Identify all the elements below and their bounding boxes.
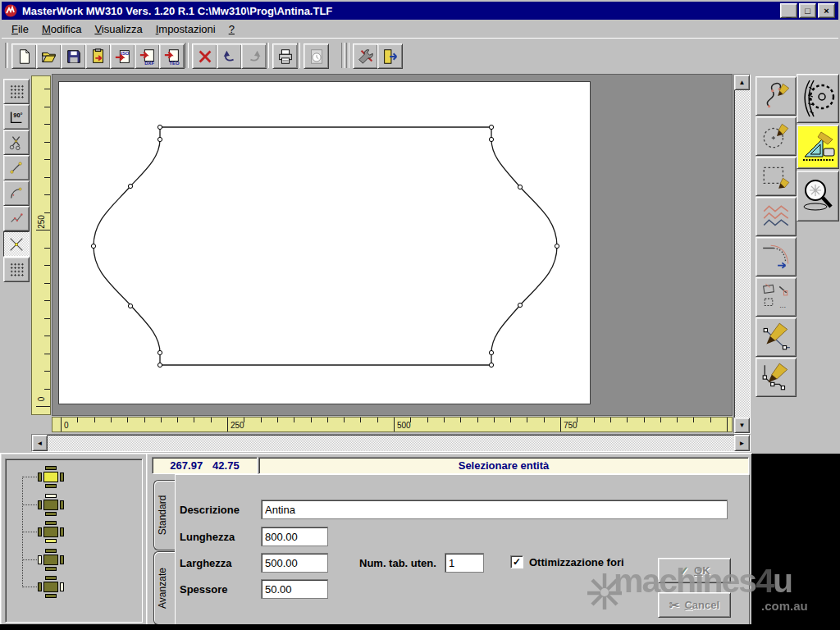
status-message-text: Selezionare entità xyxy=(459,459,550,472)
station-item[interactable] xyxy=(37,549,65,572)
ok-check-icon: ✓ xyxy=(678,564,689,578)
magnifier-icon xyxy=(800,175,836,217)
toolbar-separator xyxy=(5,43,8,68)
spline-tool-button[interactable] xyxy=(756,76,797,116)
app-window: MasterWork MW310 Vers. 1.20 R.1 C:\Mw310… xyxy=(0,0,840,630)
tab-avanzate[interactable]: Avanzate xyxy=(153,551,176,625)
undo-icon xyxy=(221,48,239,66)
scroll-right-button[interactable]: ► xyxy=(734,435,750,451)
v-ruler-label: 250 xyxy=(37,210,46,235)
spline-pencil-icon xyxy=(760,80,792,112)
polyline-tool-button[interactable] xyxy=(756,358,797,397)
transform-tool-button[interactable]: ... xyxy=(756,277,797,317)
station-item[interactable] xyxy=(37,494,65,517)
polyline-pencil-icon xyxy=(760,362,792,393)
hatch-tool-button[interactable] xyxy=(756,197,797,236)
redo-button[interactable] xyxy=(241,43,267,69)
menu-visualizza[interactable]: Visualizza xyxy=(88,21,148,38)
new-file-button[interactable] xyxy=(11,43,37,69)
grid-icon xyxy=(10,262,24,276)
export-teo-button[interactable]: TEO xyxy=(159,43,185,69)
circle-tool-button[interactable] xyxy=(756,116,797,156)
spessore-input[interactable] xyxy=(262,580,327,598)
v-scrollbar[interactable]: ▲ ▼ xyxy=(733,74,751,434)
import-button[interactable] xyxy=(85,43,111,69)
scroll-left-button[interactable]: ◄ xyxy=(32,435,48,451)
larghezza-input[interactable] xyxy=(262,554,327,572)
menu-file[interactable]: File xyxy=(5,21,35,38)
lunghezza-input[interactable] xyxy=(262,527,327,546)
h-scrollbar[interactable]: ◄ ► xyxy=(31,434,751,452)
export-iso-button[interactable]: ISO xyxy=(110,43,135,69)
delete-node-button[interactable] xyxy=(3,231,30,257)
undo-button[interactable] xyxy=(217,43,242,69)
toolbar-separator xyxy=(266,43,269,68)
minimize-icon: _ xyxy=(786,9,791,18)
descrizione-input[interactable] xyxy=(262,500,727,518)
entity-panel: 267.97 42.75 Selezionare entità Standard… xyxy=(146,453,753,628)
drawing-page[interactable] xyxy=(58,81,591,404)
rectangle-tool-button[interactable] xyxy=(756,157,797,196)
coord-x: 267.97 xyxy=(170,459,203,472)
arrow-right-icon: ► xyxy=(739,440,746,447)
redo-icon xyxy=(245,48,263,66)
geometry-ruler-pencil-icon xyxy=(800,129,836,165)
grid-dense-button[interactable] xyxy=(3,257,30,282)
desktop-background xyxy=(0,624,840,630)
delete-button[interactable] xyxy=(192,43,217,69)
export-teo-icon: TEO xyxy=(163,48,181,66)
svg-text:TEO: TEO xyxy=(169,61,180,66)
export-dxf-button[interactable]: DXF xyxy=(135,43,160,69)
station-item[interactable] xyxy=(37,576,65,599)
minimize-button[interactable]: _ xyxy=(780,3,797,18)
export-iso-icon: ISO xyxy=(114,48,132,66)
num-tab-uten-input[interactable] xyxy=(445,554,483,572)
drawing-viewport[interactable] xyxy=(52,74,733,416)
clipboard-import-icon xyxy=(89,48,107,66)
fillet-tool-button[interactable] xyxy=(756,237,797,276)
close-icon: × xyxy=(824,7,829,16)
grid-snap-button[interactable] xyxy=(3,79,30,104)
menu-help[interactable]: ? xyxy=(222,21,241,38)
menu-modifica[interactable]: Modifica xyxy=(35,21,88,38)
station-item[interactable] xyxy=(37,521,65,544)
maximize-button[interactable]: □ xyxy=(799,3,816,18)
ottimizzazione-checkbox[interactable]: ✓ xyxy=(510,555,523,568)
station-item[interactable] xyxy=(37,466,65,489)
open-file-button[interactable] xyxy=(36,43,62,69)
grid-icon xyxy=(10,84,24,98)
cancel-button[interactable]: ✂ Cancel xyxy=(658,592,731,618)
trim-button[interactable] xyxy=(3,130,30,155)
menu-impostazioni[interactable]: Impostazioni xyxy=(149,21,222,38)
drawing-shape[interactable] xyxy=(94,127,557,365)
simulation-button[interactable] xyxy=(304,43,329,69)
svg-text:DXF: DXF xyxy=(144,61,154,66)
close-button[interactable]: × xyxy=(818,3,835,18)
node-edit-button[interactable] xyxy=(3,206,30,231)
saw-tooling-button[interactable] xyxy=(797,74,839,123)
h-ruler-label: 250 xyxy=(231,421,244,430)
rectangle-pencil-icon xyxy=(760,161,792,192)
tab-standard[interactable]: Standard xyxy=(153,480,176,550)
print-button[interactable] xyxy=(272,43,298,69)
geometry-mode-button[interactable] xyxy=(797,125,839,169)
toolbar-separator xyxy=(346,43,349,68)
exit-button[interactable] xyxy=(377,43,403,69)
delete-x-icon xyxy=(196,48,214,66)
arc-icon xyxy=(7,185,25,203)
zoom-button[interactable] xyxy=(797,171,839,221)
h-ruler-label: 500 xyxy=(397,421,411,430)
settings-button[interactable] xyxy=(353,43,378,69)
save-button[interactable] xyxy=(61,43,86,69)
toolbar-separator xyxy=(297,43,300,68)
h-ruler-label: 750 xyxy=(564,421,578,430)
line-tool-button[interactable] xyxy=(756,317,797,357)
arc-button[interactable] xyxy=(3,180,30,206)
app-logo-icon xyxy=(4,4,17,17)
ok-button[interactable]: ✓ OK xyxy=(658,558,731,583)
scroll-down-button[interactable]: ▼ xyxy=(734,418,750,433)
ortho-90-button[interactable]: 90° xyxy=(3,104,30,130)
drawing-canvas[interactable] xyxy=(59,82,590,404)
segment-button[interactable] xyxy=(3,155,30,180)
scroll-up-button[interactable]: ▲ xyxy=(734,75,750,90)
